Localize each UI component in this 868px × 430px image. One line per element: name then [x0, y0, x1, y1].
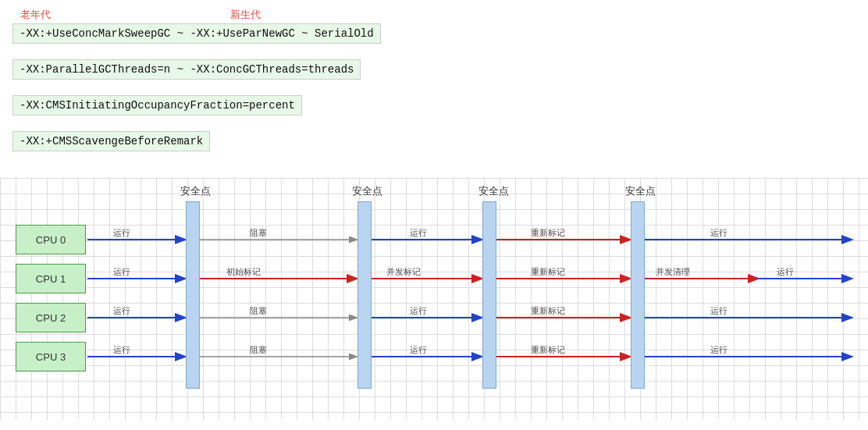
- svg-text:运行: 运行: [410, 306, 427, 315]
- safepoint-label-3: 安全点: [478, 184, 509, 198]
- svg-text:运行: 运行: [410, 228, 427, 237]
- svg-text:运行: 运行: [710, 306, 727, 315]
- barrier-4: [631, 201, 645, 389]
- svg-text:运行: 运行: [113, 345, 130, 354]
- svg-text:运行: 运行: [710, 228, 727, 237]
- safepoint-label-1: 安全点: [180, 184, 211, 198]
- svg-text:运行: 运行: [710, 345, 727, 354]
- safepoint-label-2: 安全点: [351, 184, 382, 198]
- code-block-1: -XX:+UseConcMarkSweepGC ~ -XX:+UseParNew…: [12, 23, 381, 44]
- diagram-area: 安全点 安全点 安全点 安全点 CPU 0 CPU 1 CPU 2 CPU 3: [0, 178, 868, 420]
- barrier-1: [186, 201, 200, 389]
- code-block-3: -XX:CMSInitiatingOccupancyFraction=perce…: [12, 95, 302, 115]
- svg-text:并发标记: 并发标记: [386, 267, 421, 276]
- svg-text:阻塞: 阻塞: [250, 345, 267, 354]
- svg-text:阻塞: 阻塞: [250, 228, 267, 237]
- code-line-2: -XX:ParallelGCThreads=n ~ -XX:ConcGCThre…: [12, 59, 856, 87]
- safepoint-label-4: 安全点: [624, 184, 656, 198]
- svg-text:重新标记: 重新标记: [531, 267, 565, 276]
- svg-text:重新标记: 重新标记: [531, 345, 565, 354]
- code-block-4: -XX:+CMSScavengeBeforeRemark: [12, 131, 210, 151]
- svg-text:初始标记: 初始标记: [226, 267, 261, 276]
- svg-text:运行: 运行: [410, 345, 427, 354]
- diagram-svg: 运行 阻塞 运行 重新标记 运行 运行 初始标记 并发标记 重新标记 并发清理 …: [0, 178, 868, 420]
- new-gen-label: 新生代: [230, 8, 261, 22]
- svg-text:并发清理: 并发清理: [656, 267, 690, 276]
- barrier-3: [482, 201, 496, 389]
- svg-text:运行: 运行: [113, 267, 130, 276]
- svg-text:运行: 运行: [113, 306, 130, 315]
- generation-labels: 老年代 新生代: [12, 8, 856, 22]
- cpu-3-box: CPU 3: [16, 342, 86, 371]
- code-line-1: -XX:+UseConcMarkSweepGC ~ -XX:+UseParNew…: [12, 23, 856, 52]
- code-line-4: -XX:+CMSScavengeBeforeRemark: [12, 131, 856, 159]
- cpu-2-box: CPU 2: [16, 303, 86, 332]
- top-section: 老年代 新生代 -XX:+UseConcMarkSweepGC ~ -XX:+U…: [0, 0, 868, 170]
- svg-text:运行: 运行: [113, 228, 130, 237]
- cpu-1-box: CPU 1: [16, 264, 86, 293]
- svg-text:重新标记: 重新标记: [531, 228, 565, 237]
- svg-text:重新标记: 重新标记: [531, 306, 565, 315]
- svg-text:运行: 运行: [777, 267, 794, 276]
- old-gen-label: 老年代: [20, 8, 51, 22]
- barrier-2: [358, 201, 372, 389]
- code-block-2: -XX:ParallelGCThreads=n ~ -XX:ConcGCThre…: [12, 59, 361, 80]
- code-line-3: -XX:CMSInitiatingOccupancyFraction=perce…: [12, 95, 856, 123]
- svg-text:阻塞: 阻塞: [250, 306, 267, 315]
- cpu-0-box: CPU 0: [16, 225, 86, 254]
